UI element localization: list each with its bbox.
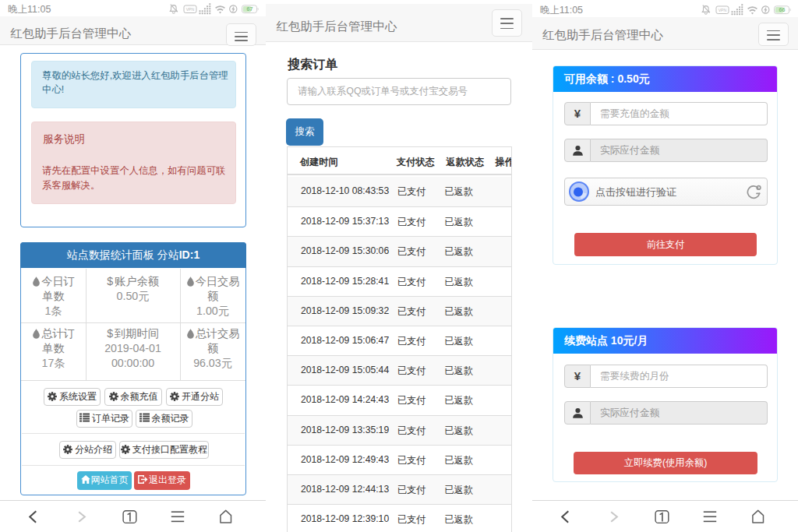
- svg-text:VPN: VPN: [186, 7, 195, 12]
- svg-text:66: 66: [779, 7, 785, 12]
- svg-text:VPN: VPN: [718, 8, 726, 12]
- svg-text:67: 67: [247, 6, 253, 12]
